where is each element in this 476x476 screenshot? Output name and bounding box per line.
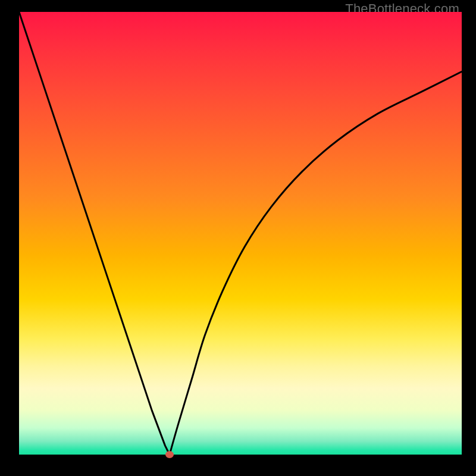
bottleneck-curve	[19, 12, 462, 455]
minimum-marker	[165, 451, 174, 458]
chart-stage: TheBottleneck.com	[0, 0, 476, 476]
plot-area	[19, 12, 462, 455]
